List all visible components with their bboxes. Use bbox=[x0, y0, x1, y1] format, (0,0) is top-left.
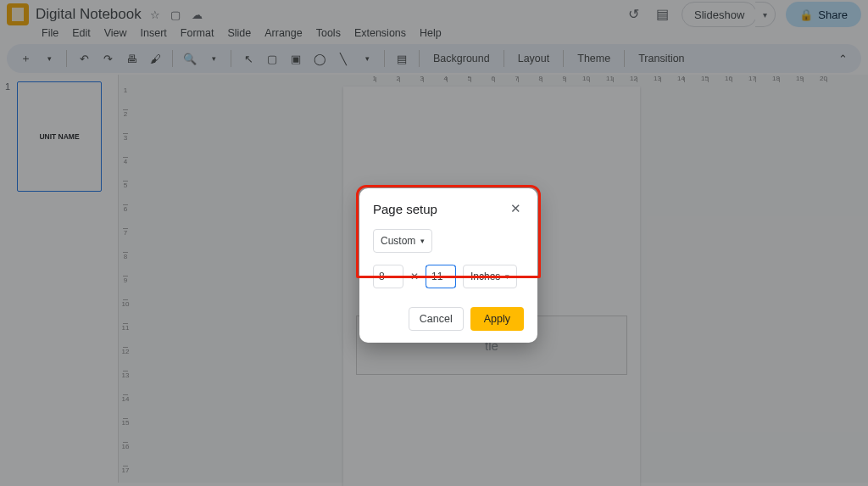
units-label: Inches bbox=[470, 271, 500, 282]
page-setup-dialog: Page setup ✕ Custom ▾ ✕ Inches ▾ Cancel … bbox=[359, 188, 537, 343]
apply-button[interactable]: Apply bbox=[470, 307, 524, 331]
height-input[interactable] bbox=[426, 265, 456, 288]
chevron-down-icon: ▾ bbox=[420, 237, 425, 245]
units-dropdown[interactable]: Inches ▾ bbox=[463, 265, 517, 288]
multiply-icon: ✕ bbox=[410, 271, 419, 282]
close-icon[interactable]: ✕ bbox=[507, 200, 524, 217]
dimensions-row: ✕ Inches ▾ bbox=[373, 265, 524, 288]
width-input[interactable] bbox=[373, 265, 403, 288]
chevron-down-icon: ▾ bbox=[505, 272, 509, 281]
cancel-button[interactable]: Cancel bbox=[409, 307, 464, 331]
size-preset-label: Custom bbox=[381, 235, 415, 247]
dialog-title: Page setup bbox=[373, 202, 437, 216]
size-preset-dropdown[interactable]: Custom ▾ bbox=[373, 229, 432, 253]
